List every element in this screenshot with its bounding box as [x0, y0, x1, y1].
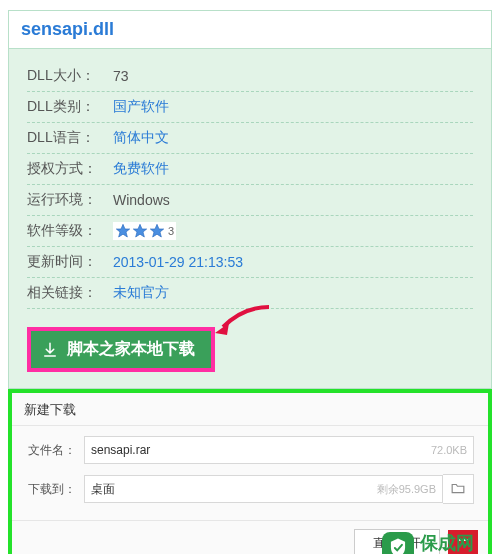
truncated-button[interactable] [448, 530, 478, 555]
label-related: 相关链接： [27, 284, 113, 302]
value-language[interactable]: 简体中文 [113, 129, 169, 147]
row-updated: 更新时间： 2013-01-29 21:13:53 [27, 247, 473, 278]
download-button-highlight: 脚本之家本地下载 [27, 327, 215, 372]
value-size: 73 [113, 68, 129, 84]
dialog-body: 文件名： sensapi.rar 72.0KB 下载到： 桌面 剩余95.9GB [12, 426, 488, 520]
label-filename: 文件名： [26, 442, 76, 459]
label-size: DLL大小： [27, 67, 113, 85]
star-icon [132, 223, 148, 239]
info-card: sensapi.dll DLL大小： 73 DLL类别： 国产软件 DLL语言：… [8, 10, 492, 389]
row-category: DLL类别： 国产软件 [27, 92, 473, 123]
star-icon [149, 223, 165, 239]
info-block: DLL大小： 73 DLL类别： 国产软件 DLL语言： 简体中文 授权方式： … [9, 49, 491, 317]
row-env: 运行环境： Windows [27, 185, 473, 216]
download-button-label: 脚本之家本地下载 [67, 339, 195, 360]
folder-icon [451, 482, 465, 497]
rank-text: 3 [168, 225, 174, 237]
page-title: sensapi.dll [9, 11, 491, 49]
star-icon [115, 223, 131, 239]
value-updated: 2013-01-29 21:13:53 [113, 254, 243, 270]
row-license: 授权方式： 免费软件 [27, 154, 473, 185]
filename-value: sensapi.rar [91, 443, 425, 457]
label-license: 授权方式： [27, 160, 113, 178]
dialog-footer: 直接打开 [12, 520, 488, 554]
svg-marker-3 [215, 323, 229, 335]
label-destination: 下载到： [26, 481, 76, 498]
freespace-hint: 剩余95.9GB [377, 482, 436, 497]
open-directly-button[interactable]: 直接打开 [354, 529, 440, 554]
value-category[interactable]: 国产软件 [113, 98, 169, 116]
svg-marker-0 [116, 224, 129, 237]
download-dialog: 新建下载 文件名： sensapi.rar 72.0KB 下载到： 桌面 剩余9… [12, 393, 488, 554]
download-icon [41, 341, 59, 359]
destination-input[interactable]: 桌面 剩余95.9GB [84, 475, 443, 503]
browse-folder-button[interactable] [443, 474, 474, 504]
label-env: 运行环境： [27, 191, 113, 209]
label-category: DLL类别： [27, 98, 113, 116]
row-filename: 文件名： sensapi.rar 72.0KB [26, 436, 474, 464]
dialog-title: 新建下载 [12, 393, 488, 426]
download-button[interactable]: 脚本之家本地下载 [31, 331, 211, 368]
row-language: DLL语言： 简体中文 [27, 123, 473, 154]
label-updated: 更新时间： [27, 253, 113, 271]
svg-marker-2 [150, 224, 163, 237]
value-license[interactable]: 免费软件 [113, 160, 169, 178]
destination-value: 桌面 [91, 481, 371, 498]
row-size: DLL大小： 73 [27, 61, 473, 92]
annotation-arrow-icon [213, 303, 273, 342]
value-env: Windows [113, 192, 170, 208]
download-dialog-highlight: 新建下载 文件名： sensapi.rar 72.0KB 下载到： 桌面 剩余9… [8, 389, 492, 554]
filesize-hint: 72.0KB [431, 444, 467, 456]
row-destination: 下载到： 桌面 剩余95.9GB [26, 474, 474, 504]
row-rank: 软件等级： 3 [27, 216, 473, 247]
label-rank: 软件等级： [27, 222, 113, 240]
stars: 3 [113, 222, 176, 240]
label-language: DLL语言： [27, 129, 113, 147]
value-related[interactable]: 未知官方 [113, 284, 169, 302]
svg-marker-1 [133, 224, 146, 237]
filename-input[interactable]: sensapi.rar 72.0KB [84, 436, 474, 464]
